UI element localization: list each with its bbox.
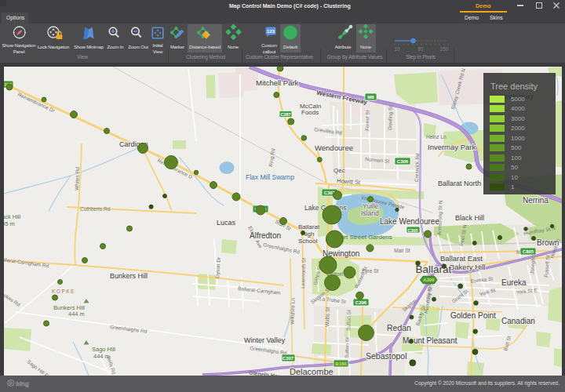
svg-text:Foods: Foods bbox=[301, 109, 319, 116]
svg-text:C307: C307 bbox=[282, 356, 294, 361]
svg-text:123: 123 bbox=[267, 28, 275, 34]
svg-text:Mair St: Mair St bbox=[394, 248, 410, 253]
svg-text:Wendouree: Wendouree bbox=[315, 143, 353, 152]
svg-text:Cuthberts Rd: Cuthberts Rd bbox=[80, 206, 111, 212]
svg-text:Eureka: Eureka bbox=[501, 278, 527, 287]
svg-text:Redan: Redan bbox=[387, 323, 411, 332]
svg-text:KOPKE: KOPKE bbox=[52, 289, 75, 294]
svg-text:80: 80 bbox=[417, 46, 424, 52]
svg-text:Black Hill: Black Hill bbox=[455, 214, 484, 222]
svg-text:Lucas: Lucas bbox=[217, 219, 236, 227]
svg-text:Whites Rd: Whites Rd bbox=[74, 166, 80, 191]
svg-text:05 m: 05 m bbox=[4, 220, 15, 227]
svg-text:C305: C305 bbox=[407, 228, 417, 233]
svg-text:Sutton St: Sutton St bbox=[344, 337, 350, 358]
svg-text:C306: C306 bbox=[397, 159, 409, 164]
svg-text:Golden Point: Golden Point bbox=[450, 311, 496, 320]
svg-text:444 m: 444 m bbox=[93, 353, 110, 360]
svg-text:150: 150 bbox=[440, 46, 449, 52]
svg-text:Invermay Park: Invermay Park bbox=[428, 143, 476, 151]
svg-text:Ballarat North: Ballarat North bbox=[438, 180, 481, 187]
svg-text:Eyre St: Eyre St bbox=[362, 268, 379, 274]
svg-text:urt Street Gardens: urt Street Gardens bbox=[341, 234, 392, 241]
svg-text:Alfredton: Alfredton bbox=[250, 231, 281, 240]
svg-text:Mitchell Park: Mitchell Park bbox=[256, 78, 299, 87]
svg-text:Heinz Ln: Heinz Ln bbox=[426, 134, 447, 140]
svg-text:C296: C296 bbox=[355, 300, 367, 305]
svg-text:Sago Hill: Sago Hill bbox=[92, 346, 115, 353]
svg-text:Lake Wendouree: Lake Wendouree bbox=[380, 217, 439, 226]
svg-text:Forest St: Forest St bbox=[364, 110, 370, 131]
svg-text:M8: M8 bbox=[367, 95, 374, 100]
svg-text:Sebastopol: Sebastopol bbox=[366, 351, 407, 361]
svg-text:Island: Island bbox=[361, 209, 379, 217]
svg-text:bing: bing bbox=[16, 380, 29, 387]
svg-text:Qec: Qec bbox=[334, 167, 345, 174]
svg-text:Ballarat: Ballarat bbox=[298, 223, 320, 230]
svg-text:Wallis St: Wallis St bbox=[324, 307, 330, 327]
svg-text:C805: C805 bbox=[523, 249, 534, 254]
svg-text:Bakery Hill: Bakery Hill bbox=[450, 263, 485, 271]
svg-text:ack Hill: ack Hill bbox=[4, 213, 21, 220]
svg-text:Bunkers Hill: Bunkers Hill bbox=[110, 272, 148, 280]
svg-text:Brown: Brown bbox=[537, 238, 559, 247]
svg-text:School: School bbox=[298, 238, 318, 245]
svg-text:Wiltshire Ln: Wiltshire Ln bbox=[290, 297, 296, 325]
svg-text:10: 10 bbox=[394, 46, 400, 52]
svg-text:Learmonth St: Learmonth St bbox=[300, 258, 306, 289]
svg-text:Delacombe: Delacombe bbox=[290, 367, 334, 376]
svg-text:Canadian: Canadian bbox=[501, 317, 535, 325]
svg-text:B160: B160 bbox=[335, 361, 347, 366]
svg-text:Sutton St: Sutton St bbox=[345, 310, 352, 331]
svg-text:Nerrina: Nerrina bbox=[523, 196, 549, 205]
svg-text:C287: C287 bbox=[280, 112, 290, 117]
svg-text:A300: A300 bbox=[423, 278, 434, 282]
svg-text:444 m: 444 m bbox=[68, 310, 85, 318]
svg-text:Creswick Rd: Creswick Rd bbox=[414, 153, 420, 182]
svg-text:Ballarat East: Ballarat East bbox=[440, 254, 483, 263]
svg-text:Flax Mill Swamp: Flax Mill Swamp bbox=[246, 173, 294, 181]
svg-text:Winter Valley: Winter Valley bbox=[244, 336, 286, 344]
